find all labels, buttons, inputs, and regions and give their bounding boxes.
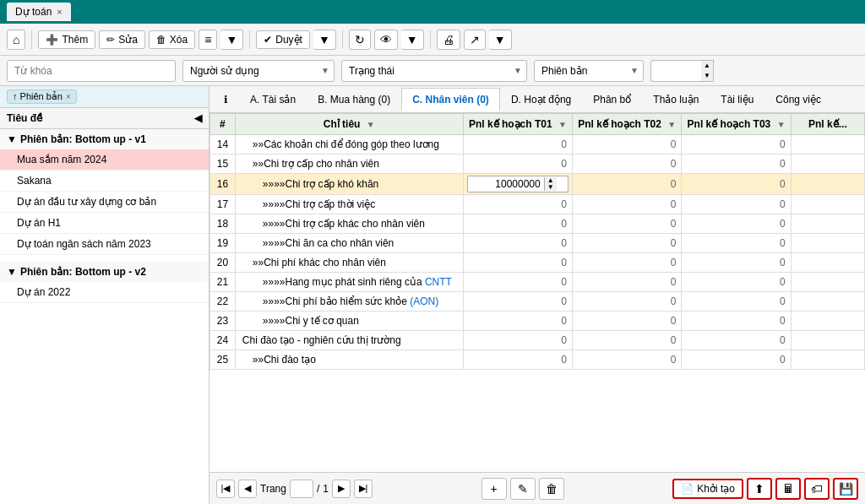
filter-tag-label: ↑ Phiên bản — [13, 91, 63, 102]
filter-tag-close[interactable]: × — [66, 92, 71, 101]
check-icon: ✔ — [264, 34, 272, 46]
year-up-button[interactable]: ▲ — [701, 61, 713, 71]
row-add-button[interactable]: + — [481, 478, 507, 500]
view-dropdown-button[interactable]: ▼ — [401, 30, 424, 50]
plus-icon: ➕ — [46, 34, 58, 46]
cell-t02: 0 — [573, 331, 682, 350]
table-row[interactable]: 25»»Chi đào tạo000 — [210, 350, 865, 370]
cell-stepper: ▲▼ — [544, 177, 557, 191]
filter-icon-t01[interactable]: ▼ — [558, 120, 567, 129]
edit-button[interactable]: ✏ Sửa — [99, 30, 145, 49]
filter-icon-t02[interactable]: ▼ — [667, 120, 676, 129]
save-button[interactable]: 💾 — [833, 478, 858, 500]
total-pages: 1 — [323, 483, 329, 495]
user-select-wrapper: Người sử dụng ▼ — [182, 60, 335, 82]
sidebar-item[interactable]: Dự án H1 — [0, 213, 209, 234]
cell-value-input[interactable] — [468, 176, 544, 192]
sidebar-filter-tag: ↑ Phiên bản × — [0, 86, 209, 108]
table-row[interactable]: 15»»Chi trợ cấp cho nhân viên000 — [210, 154, 865, 174]
page-sep: / — [317, 483, 319, 495]
refresh-button[interactable]: ↻ — [349, 30, 371, 50]
add-button[interactable]: ➕ Thêm — [38, 30, 95, 49]
header-chitieu: Chỉ tiêu ▼ — [235, 114, 463, 135]
cell-t01: 0 — [463, 253, 572, 273]
cell-t03: 0 — [682, 195, 791, 214]
sidebar-item[interactable]: Sakana — [0, 171, 209, 192]
menu-dropdown-button[interactable]: ▼ — [220, 30, 243, 50]
row-delete-button[interactable]: 🗑 — [539, 478, 564, 500]
year-input[interactable]: 2024 — [650, 60, 701, 82]
last-page-button[interactable]: ▶| — [354, 480, 373, 498]
tab-muahang[interactable]: B. Mua hàng (0) — [307, 88, 401, 111]
row-edit-button[interactable]: ✎ — [510, 478, 536, 500]
table-row[interactable]: 19»»»»Chi ăn ca cho nhân viên000 — [210, 234, 865, 253]
init-button[interactable]: 📄 Khởi tạo — [672, 479, 743, 499]
table-row[interactable]: 18»»»»Chi trợ cấp khác cho nhân viên000 — [210, 214, 865, 234]
page-input[interactable]: 1 — [290, 480, 313, 498]
table-row[interactable]: 20»»Chi phí khác cho nhân viên000 — [210, 253, 865, 273]
cell-id: 18 — [210, 214, 236, 234]
approve-dropdown-button[interactable]: ▼ — [313, 30, 336, 50]
cell-t03: 0 — [682, 273, 791, 292]
sidebar-item[interactable]: Dự án đầu tư xây dựng cơ bản — [0, 192, 209, 213]
calc-button[interactable]: 🖩 — [775, 478, 801, 500]
tab-info[interactable]: ℹ — [213, 88, 239, 111]
first-page-button[interactable]: |◀ — [216, 480, 235, 498]
version-select[interactable]: Phiên bản — [534, 60, 644, 82]
cell-label: »»»»Hang mục phát sinh riêng của CNTT — [235, 273, 463, 292]
prev-page-button[interactable]: ◀ — [238, 480, 257, 498]
table-row[interactable]: 22»»»»Chi phí bảo hiểm sức khỏe (AON)000 — [210, 292, 865, 312]
year-down-button[interactable]: ▼ — [701, 71, 713, 81]
menu-button[interactable]: ≡ — [199, 30, 217, 50]
year-stepper: ▲ ▼ — [701, 60, 714, 82]
print-button[interactable]: 🖨 — [437, 30, 460, 50]
export-button[interactable]: ↗ — [464, 30, 486, 50]
cell-t01[interactable]: ▲▼ — [463, 174, 572, 195]
approve-button[interactable]: ✔ Duyệt — [256, 30, 310, 49]
cell-extra — [791, 195, 864, 214]
sidebar-item[interactable]: Dự toán ngân sách năm 2023 — [0, 234, 209, 255]
table-row[interactable]: 23»»»»Chi y tế cơ quan000 — [210, 312, 865, 331]
home-button[interactable]: ⌂ — [7, 30, 25, 50]
tab-nhanvien[interactable]: C. Nhân viên (0) — [401, 88, 500, 111]
sidebar-item[interactable]: Dự án 2022 — [0, 282, 209, 303]
tab-hoatdong[interactable]: D. Hoạt động — [500, 88, 582, 111]
export-dropdown-button[interactable]: ▼ — [489, 30, 512, 50]
delete-button[interactable]: 🗑 Xóa — [149, 30, 195, 49]
tab-congviec[interactable]: Công việc — [764, 88, 832, 111]
view-button[interactable]: 👁 — [374, 30, 398, 50]
filter-icon[interactable]: ▼ — [367, 120, 375, 129]
table-row[interactable]: 16»»»»Chi trợ cấp khó khăn▲▼00 — [210, 174, 865, 195]
sep3 — [342, 30, 343, 49]
tag-button[interactable]: 🏷 — [804, 478, 830, 500]
cell-id: 23 — [210, 312, 236, 331]
sidebar-collapse-icon[interactable]: ◀ — [194, 112, 202, 124]
status-select-wrapper: Trạng thái ▼ — [341, 60, 527, 82]
cell-t01: 0 — [463, 214, 572, 234]
table-row[interactable]: 24Chi đào tạo - nghiên cứu thị trường000 — [210, 331, 865, 350]
table-row[interactable]: 17»»»»Chi trợ cấp thời việc000 — [210, 195, 865, 214]
title-tab[interactable]: Dự toán × — [7, 3, 71, 21]
table-row[interactable]: 21»»»»Hang mục phát sinh riêng của CNTT0… — [210, 273, 865, 292]
tab-tailieu[interactable]: Tài liệu — [710, 88, 764, 111]
cell-step-down[interactable]: ▼ — [545, 184, 557, 191]
close-icon[interactable]: × — [57, 7, 62, 17]
upload-button[interactable]: ⬆ — [747, 478, 772, 500]
next-page-button[interactable]: ▶ — [332, 480, 351, 498]
sidebar-group-v1[interactable]: ▼ Phiên bản: Bottom up - v1 — [0, 129, 209, 149]
user-select[interactable]: Người sử dụng — [182, 60, 335, 82]
cell-id: 14 — [210, 135, 236, 154]
status-select[interactable]: Trạng thái — [341, 60, 527, 82]
sidebar: ↑ Phiên bản × Tiêu đề ◀ ▼ Phiên bản: Bot… — [0, 86, 209, 504]
table-row[interactable]: 14»»Các khoản chi để đóng góp theo lương… — [210, 135, 865, 154]
search-input[interactable] — [7, 60, 176, 82]
filter-icon-t03[interactable]: ▼ — [777, 120, 786, 129]
filter-tag: ↑ Phiên bản × — [7, 89, 77, 104]
tab-phanbo[interactable]: Phân bổ — [582, 88, 642, 111]
cell-t03: 0 — [682, 214, 791, 234]
sidebar-group-v2[interactable]: ▼ Phiên bản: Bottom up - v2 — [0, 262, 209, 282]
tab-taisan[interactable]: A. Tài sản — [239, 88, 307, 111]
header-hash: # — [210, 114, 236, 135]
sidebar-item[interactable]: Mua sắm năm 2024 — [0, 149, 209, 171]
tab-thaoluan[interactable]: Thảo luận — [642, 88, 710, 111]
